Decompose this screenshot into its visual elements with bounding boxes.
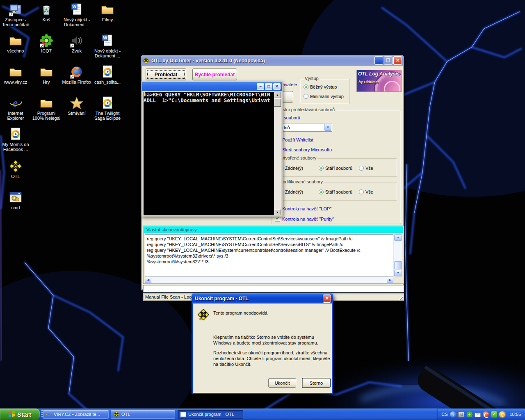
chevron-down-icon[interactable]: ▼: [324, 124, 331, 131]
task-button-label: Ukončit program - OTL: [188, 412, 234, 417]
speaker-icon: [70, 34, 84, 48]
desktop-icon[interactable]: My Mom's on Facebook ...: [0, 127, 31, 152]
cancel-button[interactable]: Storno: [302, 378, 330, 388]
minimize-button[interactable]: _: [374, 56, 383, 65]
desktop-icon[interactable]: Stmívání: [62, 96, 92, 116]
scroll-down-icon[interactable]: ▼: [274, 209, 281, 215]
console-minimize-button[interactable]: –: [257, 83, 264, 90]
dialog-close-button[interactable]: ✕: [323, 294, 331, 303]
console-line: ADLL 1>"C:\Documents and Settings\Uxivat: [144, 98, 274, 103]
desktop-icon[interactable]: Programi 100% Nelegal: [31, 96, 62, 121]
window-icon: [180, 412, 186, 417]
desktop-icon-label: Zvuk: [62, 48, 92, 53]
desktop-icon[interactable]: Internet Explorer: [0, 96, 31, 121]
modified-age-radio[interactable]: [319, 189, 324, 194]
clock[interactable]: 18:55: [509, 412, 521, 417]
desktop-icon[interactable]: Nový objekt - Dokument ...: [62, 2, 92, 27]
otl-log-analysis-banner[interactable]: OTL Log Analysis by Oldtimer: [356, 70, 402, 92]
start-button[interactable]: Start: [0, 409, 40, 420]
lop-check-label: Kontrola na havěť "LOP": [282, 206, 331, 211]
scroll-right-icon[interactable]: ▶: [387, 277, 393, 283]
hide-icons-chevron-icon[interactable]: ‹: [450, 411, 456, 418]
desktop-icon[interactable]: The Twilight Saga Eclipse: [92, 96, 123, 121]
desktop-icon[interactable]: všechno: [0, 34, 31, 53]
console-scrollbar[interactable]: ▲ ▼: [274, 92, 281, 215]
desktop-icon-label: všechno: [0, 48, 31, 53]
desktop-icon-label: Filmy: [92, 17, 123, 22]
otl-titlebar[interactable]: OTL by OldTimer - Version 3.2.11.0 (Neod…: [141, 55, 404, 66]
close-button[interactable]: ✕: [393, 56, 402, 65]
flower-icon: [39, 34, 53, 48]
mail-icon[interactable]: [475, 413, 481, 417]
minimal-output-radio[interactable]: [304, 94, 308, 99]
desktop-icon[interactable]: Koš: [31, 2, 62, 22]
scan-button[interactable]: Prohledat: [146, 68, 186, 80]
console-line: ha>REG QUERY "HKLM\SOFTWARE\MICROSOFT\WI…: [144, 92, 274, 98]
focus-rect: [147, 70, 185, 79]
task-button[interactable]: OTL: [111, 410, 175, 419]
green-check-icon[interactable]: ✓: [491, 411, 497, 418]
modified-age-label: Stáří souborů: [325, 189, 352, 194]
task-button[interactable]: VIRY.CZ • Zobrazit té...: [43, 410, 109, 419]
ie-icon: [46, 411, 52, 417]
purity-check-label: Kontrola na havěť "Purity": [282, 217, 334, 221]
resize-grip[interactable]: [398, 294, 403, 300]
camera-icon[interactable]: [458, 411, 464, 418]
modified-all-radio[interactable]: [359, 189, 364, 194]
desktop-icon[interactable]: Mozilla Firefox: [62, 65, 92, 84]
created-age-label: Stáří souborů: [325, 166, 352, 171]
desktop-icon[interactable]: OTL: [0, 159, 31, 179]
custom-scans-horizontal-scrollbar[interactable]: ◀ ▶: [145, 277, 393, 283]
console-titlebar[interactable]: – □ ✕: [142, 82, 282, 91]
custom-scans-vertical-scrollbar[interactable]: ▲ ▼: [394, 234, 402, 276]
language-indicator[interactable]: CS: [441, 412, 447, 417]
file-age-dropdown[interactable]: 30 dnů ▼: [274, 123, 332, 132]
console-maximize-button[interactable]: □: [265, 83, 272, 90]
created-all-radio[interactable]: [359, 166, 364, 171]
desktop-icon[interactable]: Hry: [31, 65, 62, 84]
gold-badge-icon[interactable]: [499, 411, 505, 418]
created-age-radio[interactable]: [319, 166, 324, 171]
console-close-button[interactable]: ✕: [273, 83, 281, 90]
desktop-icon[interactable]: Zástupce - Tento počítač: [0, 2, 31, 27]
icq-flower-icon[interactable]: [466, 411, 472, 418]
desktop-icon-label: Stmívání: [62, 111, 92, 116]
desktop-icon[interactable]: Filmy: [92, 2, 123, 22]
windows-logo-icon: [9, 411, 15, 418]
scroll-up-icon[interactable]: ▲: [274, 92, 281, 98]
custom-scan-line: reg query "HKEY_LOCAL_MACHINE\SYSTEM\Cur…: [147, 242, 392, 247]
end-program-button[interactable]: Ukončit: [268, 378, 296, 388]
desktop-icon[interactable]: cash_solita...: [92, 65, 123, 84]
recycle-icon: [39, 2, 53, 16]
console-output[interactable]: ha>REG QUERY "HKLM\SOFTWARE\MICROSOFT\WI…: [144, 92, 274, 215]
scroll-down-icon[interactable]: ▼: [394, 270, 402, 276]
desktop-icon[interactable]: Nový objekt - Dokument ...: [92, 34, 123, 58]
desktop-icon[interactable]: Zvuk: [62, 34, 92, 53]
scroll-thumb[interactable]: [274, 98, 281, 107]
quick-scan-button[interactable]: Rychle prohledat: [192, 68, 237, 80]
purity-check-checkbox[interactable]: [275, 216, 280, 221]
dialog-title: Ukončit program - OTL: [195, 296, 322, 301]
scroll-left-icon[interactable]: ◀: [145, 277, 151, 283]
maximize-button[interactable]: ❒: [384, 56, 393, 65]
shortcut-arrow-icon: [40, 43, 44, 48]
system-tray: CS ‹✓ 18:55: [438, 409, 525, 420]
scroll-up-icon[interactable]: ▲: [394, 234, 402, 241]
desktop-icon-label: Programi 100% Nelegal: [31, 111, 62, 121]
task-button[interactable]: Ukončit program - OTL: [178, 410, 243, 419]
desktop-icon-label: The Twilight Saga Eclipse: [92, 111, 123, 121]
media-icon: [9, 127, 23, 141]
otl-command-input[interactable]: [143, 285, 404, 292]
desktop-icon-label: Mozilla Firefox: [62, 80, 92, 84]
dialog-titlebar[interactable]: Ukončit program - OTL ✕: [192, 293, 333, 304]
file-scan-options-group: Vlastní prohledávání souborů Věk souborů…: [271, 110, 401, 224]
desktop-icon[interactable]: www.viry.cz: [0, 65, 31, 84]
orange-ball-icon[interactable]: [483, 411, 489, 418]
normal-output-radio[interactable]: [304, 84, 308, 89]
custom-scans-textarea[interactable]: reg query "HKEY_LOCAL_MACHINE\SYSTEM\Cur…: [145, 234, 393, 276]
modified-none-label: Žádné(ý): [285, 189, 303, 194]
desktop-icon[interactable]: ICQ7: [31, 34, 62, 53]
desktop-icon-label: Nový objekt - Dokument ...: [62, 17, 92, 27]
scroll-thumb[interactable]: [394, 261, 402, 269]
desktop-icon[interactable]: cmd: [0, 190, 31, 210]
